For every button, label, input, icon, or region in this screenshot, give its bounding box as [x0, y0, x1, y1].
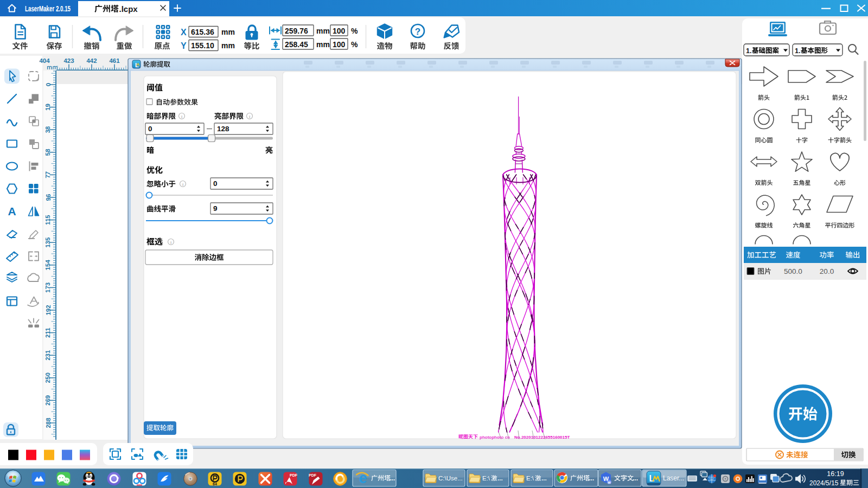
svg-text:9: 9	[213, 204, 218, 213]
svg-text:192: 192	[45, 305, 52, 315]
svg-text:w: w	[607, 480, 611, 484]
svg-text:128: 128	[217, 125, 229, 133]
svg-text:C:\Use...: C:\Use...	[438, 475, 463, 481]
svg-text:i: i	[170, 240, 171, 245]
svg-text:135: 135	[45, 237, 52, 248]
svg-text:155.10: 155.10	[191, 41, 214, 50]
svg-text:38: 38	[45, 126, 52, 133]
svg-text:211: 211	[45, 328, 52, 338]
svg-text:0: 0	[148, 125, 152, 133]
svg-text:%: %	[351, 40, 358, 49]
svg-text:...: ...	[541, 475, 547, 481]
svg-text:...: ...	[390, 474, 395, 482]
svg-text:442: 442	[86, 57, 97, 64]
svg-text:77: 77	[45, 171, 52, 178]
svg-text:LaserMaker 2.0.15: LaserMaker 2.0.15	[25, 4, 71, 13]
svg-text:E:\: E:\	[482, 475, 490, 481]
svg-text:100: 100	[333, 27, 346, 35]
svg-text:288: 288	[45, 418, 52, 428]
svg-text:photophoto cn: photophoto cn	[480, 435, 510, 440]
svg-text:19: 19	[45, 104, 52, 111]
svg-text:0: 0	[45, 83, 52, 86]
svg-text:250: 250	[45, 373, 52, 383]
svg-text:100: 100	[333, 40, 346, 49]
svg-text:mm: mm	[316, 27, 330, 35]
svg-text:2024/5/15: 2024/5/15	[809, 479, 839, 487]
svg-text:mm: mm	[316, 40, 330, 49]
svg-text:423: 423	[63, 57, 74, 64]
svg-text:.lcpx: .lcpx	[119, 4, 138, 14]
svg-text:A: A	[8, 205, 16, 217]
svg-text:404: 404	[39, 57, 50, 64]
svg-text:1.: 1.	[795, 47, 800, 55]
svg-text:461: 461	[109, 57, 120, 64]
svg-text:PDF: PDF	[309, 473, 317, 477]
svg-text:64: 64	[213, 482, 217, 486]
svg-text:154: 154	[45, 260, 52, 271]
svg-text:?: ?	[415, 27, 420, 37]
svg-text:X: X	[181, 28, 187, 37]
svg-text:0: 0	[213, 179, 218, 188]
svg-text:231: 231	[45, 350, 52, 361]
svg-text:20.0: 20.0	[820, 267, 834, 275]
svg-text:96: 96	[45, 194, 52, 201]
svg-text:i: i	[182, 182, 183, 187]
svg-text:258.45: 258.45	[285, 40, 308, 49]
svg-text:Y: Y	[181, 41, 187, 50]
svg-text:...: ...	[633, 474, 638, 482]
svg-text:mm: mm	[221, 28, 235, 36]
svg-text:PDF: PDF	[290, 473, 298, 477]
svg-text:i: i	[249, 114, 250, 119]
svg-text:1.: 1.	[746, 47, 751, 55]
svg-text:173: 173	[45, 282, 52, 293]
svg-text:58: 58	[45, 149, 52, 156]
svg-text:...: ...	[497, 475, 503, 481]
svg-text:115: 115	[45, 215, 52, 225]
svg-text:No.2020101222655160015T: No.2020101222655160015T	[514, 435, 570, 440]
svg-text:16:19: 16:19	[827, 470, 844, 478]
svg-text:%: %	[351, 27, 358, 35]
svg-text:500.0: 500.0	[784, 267, 802, 275]
svg-text:mm: mm	[221, 41, 235, 50]
svg-text:E:\: E:\	[526, 475, 534, 481]
svg-text:259.76: 259.76	[285, 27, 308, 35]
svg-text:269: 269	[45, 395, 52, 406]
svg-text:...: ...	[589, 474, 594, 482]
svg-text:615.36: 615.36	[191, 28, 214, 36]
svg-text:Laser...: Laser...	[663, 474, 684, 482]
svg-text:i: i	[181, 114, 182, 119]
